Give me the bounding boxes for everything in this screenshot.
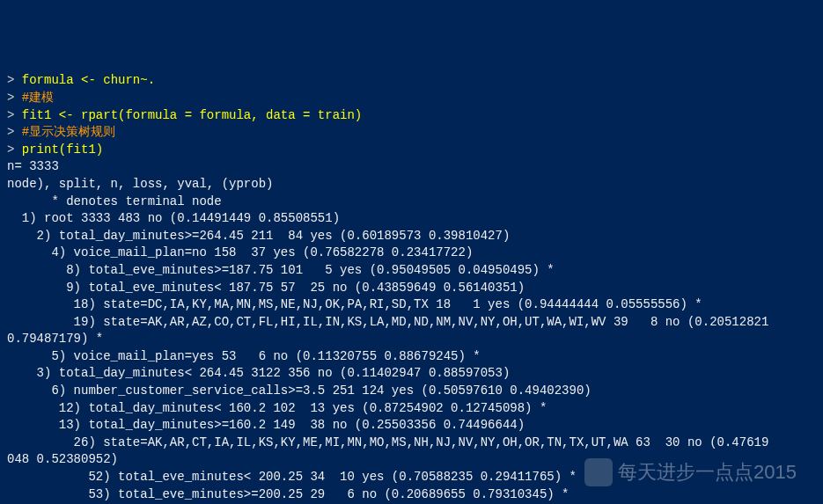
console-command-line: > fit1 <- rpart(formula = formula, data … (7, 107, 816, 125)
console-command-line: > #建模 (7, 90, 816, 107)
console-output-line: node), split, n, loss, yval, (yprob) (7, 176, 816, 194)
prompt-char: > (7, 125, 22, 139)
console-output-line: 4) voice_mail_plan=no 158 37 yes (0.7658… (7, 245, 816, 262)
console-output-line: 52) total_eve_minutes< 200.25 34 10 yes … (7, 469, 816, 486)
console-output-line: 9) total_eve_minutes< 187.75 57 25 no (0… (7, 280, 816, 297)
console-command-line: > #显示决策树规则 (7, 124, 816, 142)
console-output-line: 6) number_customer_service_calls>=3.5 25… (7, 383, 816, 400)
console-output-line: 1) root 3333 483 no (0.14491449 0.855085… (7, 210, 816, 228)
console-command-line: > print(fit1) (7, 142, 816, 159)
command-text: print(fit1) (22, 142, 103, 157)
prompt-char: > (7, 108, 22, 122)
console-output-line: 26) state=AK,AR,CT,IA,IL,KS,KY,ME,MI,MN,… (7, 435, 816, 452)
console-output-line: 3) total_day_minutes< 264.45 3122 356 no… (7, 365, 816, 383)
prompt-char: > (7, 73, 22, 87)
console-command-line: > formula <- churn~. (7, 72, 816, 90)
console-output-line: n= 3333 (7, 158, 816, 176)
console-output-line: 2) total_day_minutes>=264.45 211 84 yes … (7, 228, 816, 245)
terminal-output: > formula <- churn~.> #建模> fit1 <- rpart… (7, 72, 816, 504)
command-text: formula <- churn~. (22, 73, 155, 87)
console-output-line: 048 0.52380952) (7, 451, 816, 469)
console-output-line: 13) total_day_minutes>=160.2 149 38 no (… (7, 417, 816, 435)
console-output-line: * denotes terminal node (7, 194, 816, 211)
console-output-line: 18) state=DC,IA,KY,MA,MN,MS,NE,NJ,OK,PA,… (7, 296, 816, 314)
command-text: #显示决策树规则 (22, 125, 115, 139)
prompt-char: > (7, 91, 22, 105)
console-output-line: 19) state=AK,AR,AZ,CO,CT,FL,HI,IL,IN,KS,… (7, 314, 816, 332)
command-text: fit1 <- rpart(formula = formula, data = … (22, 108, 362, 122)
console-output-line: 0.79487179) * (7, 331, 816, 348)
console-output-line: 53) total_eve_minutes>=200.25 29 6 no (0… (7, 486, 816, 504)
console-output-line: 12) total_day_minutes< 160.2 102 13 yes … (7, 400, 816, 418)
command-text: #建模 (22, 91, 54, 105)
console-output-line: 5) voice_mail_plan=yes 53 6 no (0.113207… (7, 348, 816, 366)
console-output-line: 8) total_eve_minutes>=187.75 101 5 yes (… (7, 262, 816, 280)
prompt-char: > (7, 142, 22, 157)
